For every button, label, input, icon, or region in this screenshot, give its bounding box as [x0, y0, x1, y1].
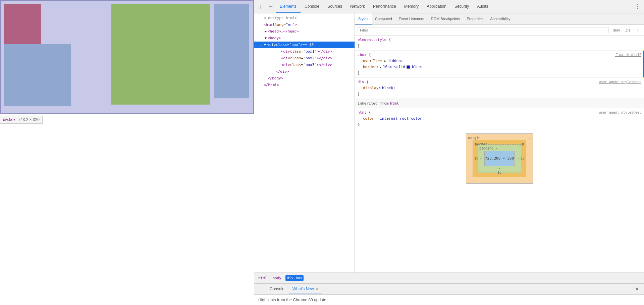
triangle-body[interactable]: ▼ — [264, 35, 268, 41]
console-drawer-tabs: ⋮ Console What's New × × — [254, 284, 644, 295]
dom-line-html[interactable]: <html lang="en"> — [254, 21, 355, 28]
drawer-tab-close[interactable]: × — [316, 287, 318, 291]
bm-border-bottom: 10 — [497, 170, 501, 176]
triangle-box[interactable]: ▼ — [263, 42, 267, 48]
devtools-tabs: Elements Console Sources Network Perform… — [276, 0, 631, 13]
breadcrumb-html[interactable]: html — [257, 275, 269, 281]
box-style-rule: .box { float.html:12 overflow: ▶ hidden;… — [355, 51, 644, 78]
devtools-main: <!doctype html> <html lang="en"> ▶ <head… — [254, 13, 644, 272]
div-ua-style-rule: div { user agent stylesheet display: blo… — [355, 78, 644, 99]
box3-element — [214, 4, 249, 98]
overflow-property: overflow: ▶ hidden; — [363, 58, 641, 64]
dom-line-box[interactable]: … ▼ <div class="box"> == $0 — [254, 42, 355, 48]
dom-tree-panel: <!doctype html> <html lang="en"> ▶ <head… — [254, 13, 355, 272]
console-drawer: ⋮ Console What's New × × Highlights from… — [254, 283, 644, 305]
drawer-tab-whatsnew-label: What's New — [292, 287, 314, 291]
tab-audits[interactable]: Audits — [473, 0, 492, 13]
tab-security[interactable]: Security — [450, 0, 473, 13]
console-drawer-content: Highlights from the Chrome 80 update — [254, 295, 644, 305]
border-property: border: ▶ 10px solid blue; — [363, 64, 641, 70]
browser-viewport: div.box 743.2 × 320 — [0, 0, 254, 305]
dom-line-box3[interactable]: <div class="box3"></div> — [254, 62, 355, 68]
dom-line-box2[interactable]: <div class="box2"></div> — [254, 55, 355, 62]
inherited-from-label: Inherited from html — [355, 99, 644, 108]
html-ua-style-rule: html { user agent stylesheet color: -int… — [355, 108, 644, 129]
drawer-tab-console[interactable]: Console — [266, 284, 288, 294]
styles-panel: Styles Computed Event Listeners DOM Brea… — [355, 13, 644, 272]
devtools-panel: ⊹ ▭ Elements Console Sources Network Per… — [254, 0, 644, 305]
box-rule-body: overflow: ▶ hidden; border: ▶ 10px solid… — [358, 58, 641, 70]
bm-padding-label: padding - — [479, 145, 497, 151]
styles-filter-input[interactable] — [358, 27, 609, 33]
div-ua-body: display: block; — [358, 85, 641, 91]
sub-tab-computed[interactable]: Computed — [372, 13, 395, 24]
box-model-diagram: margin - border 10 padding - - - 723.200… — [355, 129, 644, 188]
dom-line-head[interactable]: ▶ <head>…</head> — [254, 28, 355, 35]
tab-network[interactable]: Network — [346, 0, 369, 13]
ellipsis-button[interactable]: … — [260, 42, 262, 48]
element-tooltip: div.box 743.2 × 320 — [0, 116, 43, 124]
bm-margin-bottom: - — [498, 176, 500, 182]
triangle-head[interactable]: ▶ — [264, 28, 268, 35]
sub-tab-properties[interactable]: Properties — [463, 13, 487, 24]
div-ua-selector: div { user agent stylesheet — [358, 79, 641, 85]
hov-button[interactable]: :hov — [611, 27, 622, 33]
tab-memory[interactable]: Memory — [400, 0, 423, 13]
bm-margin-val: - — [529, 135, 531, 141]
bm-padding: padding - - - 723.200 × 300 - — [478, 144, 521, 173]
element-style-rule: element.style { } — [355, 36, 644, 51]
dom-line-close-html[interactable]: </html> — [254, 82, 355, 88]
bm-border: border 10 padding - - - 723.200 × 300 - — [473, 140, 526, 177]
device-toolbar-button[interactable]: ▭ — [266, 2, 275, 11]
breadcrumb-divbox[interactable]: div.box — [285, 275, 304, 281]
dom-line-box1[interactable]: <div class="box1"></div> — [254, 48, 355, 55]
dom-line-close-body[interactable]: </body> — [254, 75, 355, 82]
bm-right-val: - — [518, 156, 520, 162]
tab-performance[interactable]: Performance — [369, 0, 400, 13]
drawer-menu-button[interactable]: ⋮ — [257, 285, 265, 293]
dom-line-close-div[interactable]: </div> — [254, 68, 355, 75]
color-swatch[interactable] — [407, 65, 410, 69]
inspect-button[interactable]: ⊹ — [256, 2, 265, 11]
sub-tab-accessibility[interactable]: Accessibility — [487, 13, 514, 24]
sub-tabs: Styles Computed Event Listeners DOM Brea… — [355, 13, 644, 25]
devtools-toolbar: ⊹ ▭ Elements Console Sources Network Per… — [254, 0, 644, 13]
sub-tab-dom-breakpoints[interactable]: DOM Breakpoints — [428, 13, 464, 24]
html-ua-body: color: -internal-root-color; — [358, 116, 641, 122]
drawer-tab-whatsnew[interactable]: What's New × — [289, 284, 322, 294]
dom-tree[interactable]: <!doctype html> <html lang="en"> ▶ <head… — [254, 13, 355, 272]
dom-line-body[interactable]: ▼ <body> — [254, 35, 355, 42]
bm-left-val: - — [479, 156, 481, 162]
breadcrumb-body[interactable]: body — [271, 275, 283, 281]
bm-content: 723.200 × 300 — [484, 151, 515, 166]
html-ua-selector: html { user agent stylesheet — [358, 110, 641, 116]
box-rule-source[interactable]: float.html:12 — [615, 52, 641, 58]
html-ua-source[interactable]: user agent stylesheet — [599, 110, 641, 116]
drawer-close-button[interactable]: × — [632, 286, 641, 293]
div-ua-source[interactable]: user agent stylesheet — [599, 79, 641, 85]
styles-filter-bar: :hov .cls + — [355, 25, 644, 36]
box-selector: .box { float.html:12 — [358, 52, 641, 58]
bm-border-left: 10 — [474, 156, 478, 162]
tooltip-dims: 743.2 × 320 — [18, 117, 40, 122]
tab-elements[interactable]: Elements — [276, 0, 301, 13]
tooltip-tag: div.box — [3, 117, 15, 122]
display-property: display: block; — [363, 85, 641, 91]
breadcrumb-bar: html body div.box — [254, 272, 644, 283]
bm-border-right: 10 — [521, 156, 525, 162]
styles-filter-buttons: :hov .cls — [611, 27, 632, 33]
cls-button[interactable]: .cls — [623, 27, 632, 33]
tab-overflow-button[interactable]: ⋮ — [632, 3, 643, 10]
tab-sources[interactable]: Sources — [323, 0, 346, 13]
dom-line-doctype[interactable]: <!doctype html> — [254, 15, 355, 21]
tab-application[interactable]: Application — [423, 0, 450, 13]
box2-element — [111, 4, 210, 105]
sub-tab-event-listeners[interactable]: Event Listeners — [395, 13, 428, 24]
sub-tab-styles[interactable]: Styles — [355, 13, 372, 24]
add-style-button[interactable]: + — [635, 27, 641, 33]
bm-margin: margin - border 10 padding - - - 723.200… — [466, 133, 533, 184]
styles-content: element.style { } .box { float.html:12 o… — [355, 36, 644, 272]
tab-console[interactable]: Console — [301, 0, 323, 13]
color-property: color: -internal-root-color; — [363, 116, 641, 122]
console-drawer-message: Highlights from the Chrome 80 update — [258, 298, 326, 302]
